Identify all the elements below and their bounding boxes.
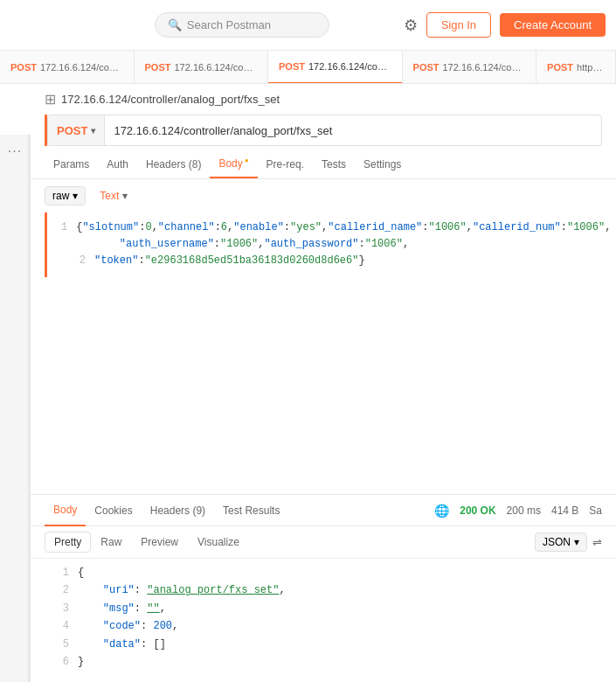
request-line-1: 1 {"slotnum":0,"channel":6,"enable":"yes… <box>61 219 602 236</box>
tabs-bar: POST 172.16.6.124/contro POST 172.16.6.1… <box>0 51 616 84</box>
json-select[interactable]: JSON ▾ <box>535 532 587 552</box>
response-tab-headers[interactable]: Headers (9) <box>142 495 214 526</box>
response-tab-tests[interactable]: Test Results <box>214 495 288 526</box>
request-line-2: "auth_username":"1006","auth_password":"… <box>61 236 602 253</box>
top-actions: ⚙ Sign In Create Account <box>404 12 606 38</box>
tab-url-1: 172.16.6.124/contro <box>40 62 123 73</box>
url-bar-wrapper: POST ▾ <box>45 115 602 146</box>
json-label: JSON <box>543 536 571 548</box>
method-chevron: ▾ <box>91 126 95 136</box>
tab-3[interactable]: POST 172.16.6.124/contro <box>268 51 403 84</box>
response-body: 1 { 2 "uri": "analog_port/fxs_set", 3 "m… <box>45 559 616 676</box>
tab-url-2: 172.16.6.124/contro <box>174 62 257 73</box>
text-select[interactable]: Text ▾ <box>93 187 135 205</box>
status-size: 414 B <box>551 505 578 517</box>
status-time: 200 ms <box>507 505 541 517</box>
request-body[interactable]: 1 {"slotnum":0,"channel":6,"enable":"yes… <box>61 212 602 277</box>
rc-line-4: 4 "code": 200, <box>45 617 616 635</box>
raw-chevron: ▾ <box>73 190 78 202</box>
format-tab-preview[interactable]: Preview <box>131 532 188 553</box>
search-box[interactable]: 🔍 Search Postman <box>155 12 329 38</box>
breadcrumb-icon: ⊞ <box>45 91 56 108</box>
response-tab-body[interactable]: Body <box>45 495 86 526</box>
sub-tab-settings[interactable]: Settings <box>355 151 410 177</box>
sign-in-button[interactable]: Sign In <box>426 12 491 38</box>
create-account-button[interactable]: Create Account <box>500 13 606 37</box>
tab-url-4: 172.16.6.124/contro <box>443 62 526 73</box>
rc-line-2: 2 "uri": "analog_port/fxs_set", <box>45 581 616 599</box>
text-label: Text <box>100 190 119 202</box>
response-tab-cookies[interactable]: Cookies <box>86 495 141 526</box>
format-tab-visualize[interactable]: Visualize <box>188 532 249 553</box>
response-section: Body Cookies Headers (9) Test Results 🌐 … <box>31 494 616 682</box>
top-bar: 🔍 Search Postman ⚙ Sign In Create Accoun… <box>0 0 616 51</box>
request-body-wrapper: 1 {"slotnum":0,"channel":6,"enable":"yes… <box>45 212 602 277</box>
tab-method-5: POST <box>547 62 573 73</box>
wrap-button[interactable]: ⇌ <box>592 536 602 549</box>
request-line-3: 2 "token":"e2963168d5ed51ba36183d0260d8d… <box>61 253 602 269</box>
json-chevron: ▾ <box>574 536 579 548</box>
sub-tab-body[interactable]: Body● <box>210 150 257 178</box>
method-select[interactable]: POST ▾ <box>48 115 105 145</box>
body-options: raw ▾ Text ▾ <box>31 179 616 212</box>
sub-tab-tests[interactable]: Tests <box>313 151 355 177</box>
sub-tab-prereq[interactable]: Pre-req. <box>258 151 313 177</box>
tab-1[interactable]: POST 172.16.6.124/contro <box>0 51 135 84</box>
sidebar-dots[interactable]: ··· <box>8 143 22 159</box>
save-label[interactable]: Sa <box>589 505 602 517</box>
format-tabs: Pretty Raw Preview Visualize JSON ▾ ⇌ <box>31 526 616 559</box>
response-status: 🌐 200 OK 200 ms 414 B Sa <box>434 504 602 518</box>
sub-tab-auth[interactable]: Auth <box>98 151 137 177</box>
url-bar: POST ▾ <box>47 115 602 146</box>
tab-method-2: POST <box>145 62 171 73</box>
rc-line-6: 6 } <box>45 653 616 671</box>
format-tab-pretty[interactable]: Pretty <box>45 532 91 553</box>
raw-label: raw <box>52 190 69 202</box>
globe-icon: 🌐 <box>434 504 449 518</box>
left-sidebar: ··· <box>0 135 31 682</box>
breadcrumb-url: 172.16.6.124/controller/analog_port/fxs_… <box>61 93 280 106</box>
rc-line-3: 3 "msg": "", <box>45 600 616 617</box>
format-tab-raw[interactable]: Raw <box>91 532 131 553</box>
tab-4[interactable]: POST 172.16.6.124/contro <box>403 51 537 84</box>
method-label: POST <box>57 124 87 137</box>
tab-5[interactable]: POST http://1 <box>536 51 616 84</box>
raw-select[interactable]: raw ▾ <box>45 186 86 205</box>
sub-tab-headers[interactable]: Headers (8) <box>137 151 210 177</box>
tab-method-1: POST <box>10 62 37 73</box>
rc-line-5: 5 "data": [] <box>45 636 616 653</box>
text-chevron: ▾ <box>122 190 128 202</box>
rc-line-1: 1 { <box>45 564 616 581</box>
sub-tabs: Params Auth Headers (8) Body● Pre-req. T… <box>31 150 616 179</box>
search-icon: 🔍 <box>168 18 182 31</box>
url-input[interactable] <box>105 124 601 137</box>
tab-method-4: POST <box>413 62 440 73</box>
breadcrumb: ⊞ 172.16.6.124/controller/analog_port/fx… <box>31 84 616 115</box>
tab-url-3: 172.16.6.124/contro <box>308 61 391 72</box>
search-placeholder: Search Postman <box>187 18 271 31</box>
tab-url-5: http://1 <box>577 62 605 73</box>
sub-tab-params[interactable]: Params <box>45 151 98 177</box>
tab-method-3: POST <box>279 61 305 72</box>
status-ok: 200 OK <box>460 505 495 517</box>
tab-2[interactable]: POST 172.16.6.124/contro <box>135 51 269 84</box>
response-tabs: Body Cookies Headers (9) Test Results 🌐 … <box>31 495 616 526</box>
settings-button[interactable]: ⚙ <box>404 16 418 35</box>
